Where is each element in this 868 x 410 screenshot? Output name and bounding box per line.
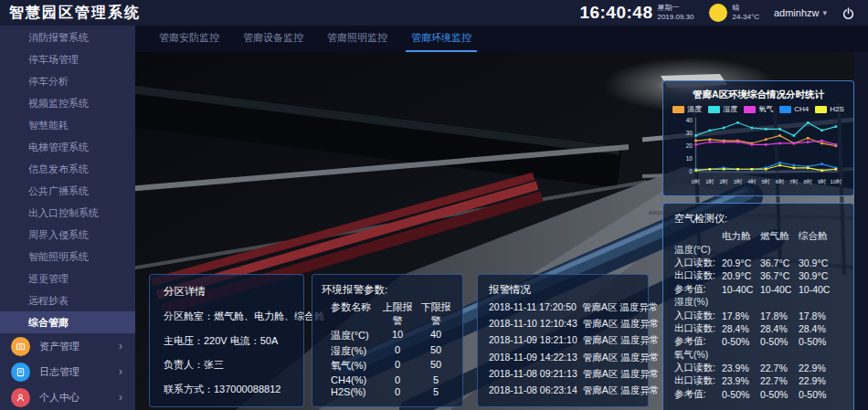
- svg-text:3时: 3时: [734, 179, 742, 184]
- air-column-header: 电力舱: [722, 230, 760, 243]
- air-row-label: 入口读数:: [674, 257, 722, 269]
- clock-time: 16:40:48: [579, 3, 652, 23]
- weather-widget: 晴 24-34°C: [709, 4, 759, 22]
- chart-svg: 0102030400时1时2时3时4时5时6时7时8时9时10时: [672, 115, 844, 192]
- zone-voltage: 主电压：220V 电流：50A: [164, 334, 290, 348]
- env-header-cell: 参数名称: [322, 300, 378, 328]
- env-cell: 0: [378, 344, 417, 358]
- air-column-header: 综合舱: [799, 230, 837, 243]
- env-row: CH4(%)05: [322, 374, 453, 385]
- user-menu[interactable]: adminhzw ▾: [774, 7, 827, 18]
- air-row-label: 参考值:: [674, 335, 722, 348]
- sidebar-item[interactable]: 视频监控系统: [0, 92, 135, 114]
- air-row: 出口读数:23.9%22.7%22.9%: [674, 374, 842, 387]
- air-row-label: 入口读数:: [674, 362, 722, 374]
- sidebar-item[interactable]: 智能照明系统: [0, 246, 135, 268]
- air-value: 30.9°C: [799, 258, 837, 268]
- air-column-header: 燃气舱: [760, 230, 799, 243]
- sidebar-item[interactable]: 智慧能耗: [0, 114, 135, 136]
- air-value: 30.9°C: [799, 270, 837, 281]
- air-value: 28.4%: [760, 323, 799, 334]
- sidebar-item[interactable]: 公共广播系统: [0, 180, 135, 202]
- air-value: 0-50%: [799, 336, 837, 347]
- sidebar-item[interactable]: 远程抄表: [0, 289, 135, 311]
- alarm-text: 管廊A区 温度异常: [583, 318, 659, 331]
- svg-text:10: 10: [686, 155, 693, 162]
- date-block: 星期一 2019.09.30: [657, 4, 693, 22]
- svg-text:7时: 7时: [789, 179, 798, 184]
- legend-swatch: [815, 106, 827, 113]
- svg-text:30: 30: [686, 130, 693, 136]
- legend-item: 温度: [672, 104, 702, 114]
- weekday-label: 星期一: [657, 4, 693, 13]
- env-cell: 40: [417, 329, 455, 342]
- env-row: 氧气(%)050: [322, 359, 453, 373]
- sidebar-item[interactable]: 电梯管理系统: [0, 136, 135, 158]
- sidebar-item[interactable]: 巡更管理: [0, 268, 135, 289]
- chevron-right-icon: ›: [119, 340, 122, 352]
- svg-text:10时: 10时: [831, 179, 842, 184]
- svg-text:0时: 0时: [692, 179, 700, 184]
- clock: 16:40:48 星期一 2019.09.30: [579, 3, 693, 23]
- air-row-label: 参考值:: [674, 388, 722, 401]
- zone-manager: 负责人：张三: [164, 358, 290, 372]
- sidebar-item[interactable]: 消防报警系统: [0, 26, 135, 48]
- sidebar-item[interactable]: 周界入侵系统: [0, 224, 135, 246]
- air-value: 36.7°C: [760, 270, 799, 281]
- sidebar-item-assets[interactable]: 资产管理 ›: [0, 333, 135, 359]
- sidebar: 消防报警系统停车场管理停车分析视频监控系统智慧能耗电梯管理系统信息发布系统公共广…: [0, 26, 135, 410]
- legend-label: 温度: [687, 104, 702, 114]
- zone-compartments: 分区舱室：燃气舱、电力舱、综合舱: [164, 310, 290, 323]
- sidebar-menu: 消防报警系统停车场管理停车分析视频监控系统智慧能耗电梯管理系统信息发布系统公共广…: [0, 26, 135, 333]
- air-value: 0-50%: [760, 336, 799, 347]
- air-row: 参考值:0-50%0-50%0-50%: [674, 335, 842, 348]
- air-value: 17.8%: [760, 310, 799, 321]
- tab[interactable]: 管廊照明监控: [322, 26, 393, 52]
- tab[interactable]: 管廊设备监控: [238, 26, 309, 52]
- svg-text:6时: 6时: [776, 179, 784, 184]
- svg-text:9时: 9时: [818, 179, 826, 184]
- tab[interactable]: 管廊安防监控: [153, 26, 225, 52]
- air-section-label: 氧气(%): [674, 349, 842, 362]
- air-value: 36.7°C: [760, 258, 799, 268]
- air-value: 17.8%: [722, 310, 760, 321]
- air-value: 20.9°C: [722, 270, 760, 281]
- air-value: 22.7%: [760, 363, 799, 373]
- sun-icon: [709, 4, 727, 22]
- sidebar-item-profile[interactable]: 个人中心 ›: [0, 384, 135, 410]
- air-row: 参考值:10-40C10-40C10-40C: [674, 283, 842, 296]
- sidebar-item-label: 日志管理: [39, 365, 79, 379]
- sidebar-item-label: 资产管理: [39, 340, 79, 353]
- air-detector-panel: 空气检测仪: 电力舱燃气舱综合舱温度(°C)入口读数:20.9°C36.7°C3…: [662, 203, 854, 410]
- main-area: 管廊安防监控管廊设备监控管廊照明监控管廊环境监控: [135, 26, 868, 410]
- monitor-stage: 分区详情 分区舱室：燃气舱、电力舱、综合舱 主电压：220V 电流：50A 负责…: [135, 52, 868, 410]
- sidebar-item[interactable]: 停车场管理: [0, 48, 135, 70]
- sidebar-item[interactable]: 停车分析: [0, 70, 135, 92]
- air-row: 入口读数:20.9°C36.7°C30.9°C: [674, 257, 842, 269]
- tab[interactable]: 管廊环境监控: [406, 26, 477, 52]
- legend-item: H2S: [815, 104, 844, 114]
- sidebar-item-label: 个人中心: [39, 391, 79, 405]
- env-cell: CH4(%): [322, 374, 378, 385]
- sidebar-item-logs[interactable]: 日志管理 ›: [0, 359, 135, 384]
- air-value: 0-50%: [799, 389, 837, 400]
- alarm-title: 报警情况: [489, 283, 637, 297]
- sidebar-item[interactable]: 综合管廊: [0, 311, 135, 333]
- app-title: 智慧园区管理系统: [0, 4, 141, 23]
- air-row-label: 参考值:: [674, 283, 722, 296]
- air-row: 参考值:0-50%0-50%0-50%: [674, 388, 842, 401]
- power-button[interactable]: [842, 6, 855, 20]
- air-row: 入口读数:23.9%22.7%22.9%: [674, 362, 842, 374]
- air-value: 28.4%: [799, 323, 837, 334]
- air-value: 22.9%: [799, 363, 837, 373]
- air-detector-title: 空气检测仪:: [674, 212, 842, 226]
- profile-icon: [11, 388, 30, 407]
- legend-swatch: [672, 106, 684, 113]
- sidebar-item[interactable]: 出入口控制系统: [0, 202, 135, 224]
- legend-item: 氧气: [744, 104, 773, 114]
- sidebar-item[interactable]: 信息发布系统: [0, 158, 135, 180]
- env-params-table: 参数名称上限报警下限报警温度(°C)1040湿度(%)050氧气(%)050CH…: [322, 300, 453, 397]
- env-cell: 5: [417, 386, 455, 397]
- svg-text:8时: 8时: [804, 179, 812, 184]
- svg-text:20: 20: [686, 142, 693, 149]
